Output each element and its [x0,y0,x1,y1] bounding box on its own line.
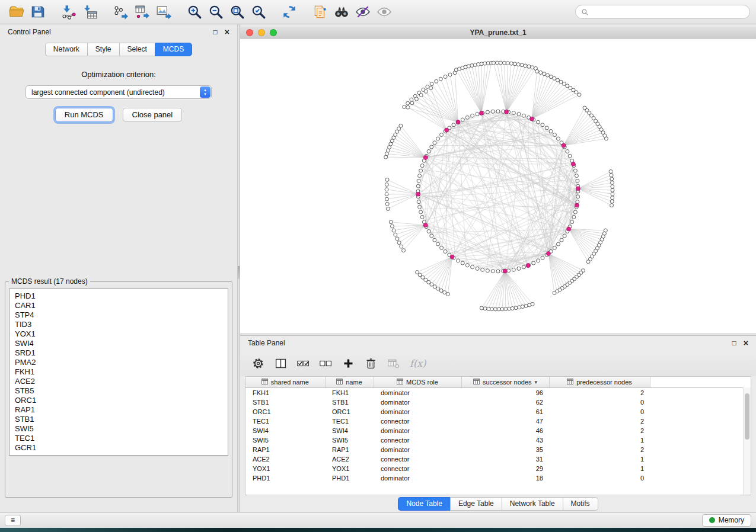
network-node[interactable] [539,70,543,74]
table-scrollbar[interactable] [743,387,751,495]
table-cell[interactable]: FKH1 [325,387,374,398]
network-node[interactable] [507,269,511,273]
network-node[interactable] [457,259,460,262]
list-item[interactable]: SRD1 [9,348,228,358]
clone-network-button[interactable] [310,2,331,21]
network-node[interactable] [483,62,487,65]
network-node[interactable] [532,261,535,265]
table-cell[interactable]: dominator [374,387,461,398]
network-node[interactable] [385,178,389,181]
table-row[interactable]: ACE2ACE2connector311 [245,454,751,464]
network-node[interactable] [430,234,433,238]
network-node[interactable] [470,64,474,68]
table-row[interactable]: STB1STB1dominator620 [245,398,751,407]
table-cell[interactable]: connector [374,454,461,464]
network-dominator-node[interactable] [576,187,580,191]
network-node[interactable] [531,66,534,69]
network-node[interactable] [392,229,395,232]
tab-select[interactable]: Select [119,43,155,56]
vertical-splitter[interactable] [237,24,240,512]
table-row[interactable]: TEC1TEC1connector472 [245,416,751,426]
list-item[interactable]: YOX1 [9,329,228,339]
network-node[interactable] [493,307,497,311]
column-header-shared-name[interactable]: shared name [245,377,325,387]
network-node[interactable] [476,113,479,116]
table-row[interactable]: SWI5SWI5connector431 [245,435,751,445]
network-node[interactable] [481,268,484,271]
network-node[interactable] [418,273,422,277]
table-cell[interactable]: dominator [374,398,461,407]
network-node[interactable] [512,111,515,115]
network-node[interactable] [386,149,390,152]
network-node[interactable] [480,62,483,66]
network-dominator-node[interactable] [567,227,571,231]
network-node[interactable] [517,267,521,270]
table-cell[interactable]: SWI5 [325,435,374,445]
table-cell[interactable]: FKH1 [245,387,325,398]
network-node[interactable] [395,237,399,241]
network-dominator-node[interactable] [526,264,530,268]
network-node[interactable] [556,137,560,140]
table-cell[interactable]: YOX1 [245,464,325,473]
network-node[interactable] [518,306,521,309]
network-node[interactable] [448,73,452,76]
network-node[interactable] [444,249,447,253]
table-cell[interactable]: dominator [374,426,461,435]
zoom-fit-button[interactable] [227,2,248,21]
network-node[interactable] [477,63,480,66]
float-panel-icon[interactable]: □ [213,28,218,36]
search-field[interactable] [575,5,750,19]
network-node[interactable] [443,291,446,294]
optimization-criterion-select[interactable]: largest connected component (undirected)… [25,85,212,99]
network-node[interactable] [611,185,614,188]
network-node[interactable] [610,181,614,184]
network-node[interactable] [563,234,566,238]
network-node[interactable] [483,307,487,310]
network-node[interactable] [604,137,608,140]
network-dominator-node[interactable] [571,162,575,166]
network-node[interactable] [467,65,471,68]
table-row[interactable]: PHD1PHD1dominator180 [245,473,751,483]
network-node[interactable] [440,246,444,249]
network-node[interactable] [427,150,430,153]
network-node[interactable] [541,256,544,259]
table-cell[interactable]: 0 [549,473,650,483]
show-all-button[interactable] [374,2,395,21]
network-node[interactable] [461,118,464,121]
network-node[interactable] [461,261,464,265]
zoom-in-button[interactable] [184,2,205,21]
network-node[interactable] [465,264,469,267]
find-button[interactable] [331,2,352,21]
table-cell[interactable]: ACE2 [325,454,374,464]
maximize-window-icon[interactable] [270,29,277,36]
network-node[interactable] [406,105,410,109]
network-node[interactable] [573,210,577,214]
network-node[interactable] [559,80,563,84]
network-node[interactable] [397,241,401,245]
network-node[interactable] [490,307,494,311]
network-node[interactable] [433,238,436,242]
network-node[interactable] [421,275,425,279]
table-row[interactable]: FKH1FKH1dominator962 [245,387,751,398]
network-graph[interactable] [240,39,756,334]
network-node[interactable] [495,61,499,65]
network-node[interactable] [390,225,394,228]
network-node[interactable] [553,133,556,137]
table-cell[interactable]: connector [374,435,461,445]
table-cell[interactable]: 1 [549,454,650,464]
close-panel-icon[interactable]: × [744,339,748,347]
table-cell[interactable]: 96 [461,387,549,398]
table-cell[interactable]: PHD1 [325,473,374,483]
network-dominator-node[interactable] [562,143,566,148]
network-node[interactable] [419,169,423,172]
network-node[interactable] [560,238,563,242]
table-cell[interactable]: STB1 [325,398,374,407]
float-panel-icon[interactable]: □ [732,339,736,347]
network-dominator-node[interactable] [423,223,428,227]
network-node[interactable] [414,97,418,101]
network-node[interactable] [433,285,436,289]
table-cell[interactable]: 46 [461,426,549,435]
network-node[interactable] [509,62,513,65]
network-node[interactable] [385,197,388,201]
close-window-icon[interactable] [246,29,253,36]
